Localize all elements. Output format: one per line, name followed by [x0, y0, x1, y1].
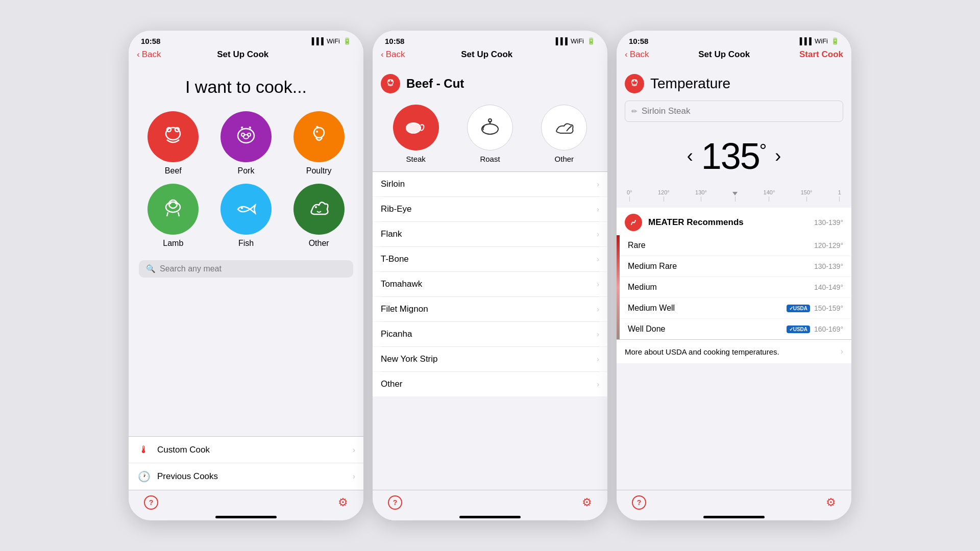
previous-cooks-label: Previous Cooks [157, 471, 347, 482]
home-indicator-3 [703, 516, 765, 518]
svg-point-7 [314, 128, 324, 138]
settings-icon-3[interactable]: ⚙ [826, 496, 836, 509]
cut-steak[interactable]: Steak [393, 105, 439, 163]
ruler-mark-140: 140° [764, 189, 775, 202]
doneness-rare[interactable]: Rare 120-129° [617, 235, 851, 256]
cut-list-item-4[interactable]: Tomahawk› [373, 272, 607, 296]
recommends-title: MEATER Recommends [648, 217, 808, 228]
settings-icon-1[interactable]: ⚙ [338, 496, 348, 509]
help-icon-2[interactable]: ? [388, 495, 402, 510]
tab-bar-2: ? ⚙ [373, 490, 607, 513]
svg-point-11 [169, 202, 172, 205]
doneness-medium[interactable]: Medium 140-149° [617, 277, 851, 298]
meat-beef[interactable]: Beef [141, 111, 206, 176]
cut-item-chevron-7: › [597, 355, 599, 363]
svg-point-0 [166, 128, 180, 140]
temp-value: 135 [701, 135, 760, 177]
search-bar[interactable]: 🔍 [139, 260, 353, 278]
status-time-3: 10:58 [629, 37, 648, 45]
cut-list-item-5[interactable]: Filet Mignon› [373, 297, 607, 321]
cut-other[interactable]: Other [541, 105, 587, 163]
battery-icon: 🔋 [343, 37, 351, 45]
wifi-icon-3: WiFi [815, 37, 828, 45]
back-button-1[interactable]: ‹ Back [137, 49, 161, 60]
edit-icon: ✏ [631, 107, 638, 115]
custom-cook-row[interactable]: 🌡 Custom Cook › [129, 437, 363, 463]
custom-cook-icon: 🌡 [137, 444, 151, 456]
meat-other[interactable]: Other [286, 184, 351, 248]
steak-label: Steak [406, 155, 425, 163]
recommends-range: 130-139° [814, 218, 843, 227]
status-bar-1: 10:58 ▐▐▐ WiFi 🔋 [129, 31, 363, 47]
pork-circle [220, 111, 272, 162]
cut-list-item-8[interactable]: Other› [373, 372, 607, 396]
start-cook-button[interactable]: Start Cook [799, 49, 843, 60]
back-button-2[interactable]: ‹ Back [381, 49, 405, 60]
custom-cook-chevron: › [353, 445, 355, 455]
temp-increase-button[interactable]: › [775, 145, 781, 167]
temp-display: ‹ 135 ° › [617, 127, 851, 185]
home-indicator-2 [459, 516, 521, 518]
steak-circle [393, 105, 439, 151]
svg-point-17 [391, 80, 393, 82]
other-label: Other [309, 239, 329, 248]
signal-icon-2: ▐▐▐ [553, 37, 568, 45]
search-input[interactable] [160, 264, 346, 273]
cut-options: Steak Roast [373, 101, 607, 171]
ruler-mark-120: 120° [658, 189, 670, 202]
beef-circle [148, 111, 199, 162]
well-done-label: Well Done [628, 324, 787, 334]
meat-poultry[interactable]: Poultry [286, 111, 351, 176]
cut-name-field[interactable] [642, 106, 837, 116]
cut-list-item-3[interactable]: T-Bone› [373, 247, 607, 271]
nav-title-1: Set Up Cook [217, 49, 268, 60]
beef-cut-header: Beef - Cut [373, 65, 607, 101]
cut-item-label-7: New York Strip [381, 354, 597, 364]
help-icon-1[interactable]: ? [144, 495, 158, 510]
search-icon: 🔍 [146, 264, 156, 273]
svg-point-14 [315, 206, 317, 208]
settings-icon-2[interactable]: ⚙ [582, 496, 592, 509]
svg-point-24 [635, 80, 637, 82]
cut-list-item-0[interactable]: Sirloin› [373, 172, 607, 196]
screen2-content: Beef - Cut Steak [373, 65, 607, 490]
beef-label: Beef [165, 166, 182, 176]
status-time-1: 10:58 [141, 37, 160, 45]
back-button-3[interactable]: ‹ Back [625, 49, 649, 60]
battery-icon-2: 🔋 [587, 37, 595, 45]
meat-fish[interactable]: Fish [214, 184, 279, 248]
cut-list-item-6[interactable]: Picanha› [373, 322, 607, 346]
medium-well-usda-badge: ✓USDA [787, 305, 810, 312]
home-indicator-1 [215, 516, 277, 518]
temp-decrease-button[interactable]: ‹ [687, 145, 693, 167]
cut-list-item-7[interactable]: New York Strip› [373, 347, 607, 371]
doneness-medium-well[interactable]: Medium Well ✓USDA 150-159° [617, 298, 851, 319]
status-bar-2: 10:58 ▐▐▐ WiFi 🔋 [373, 31, 607, 47]
cut-item-chevron-5: › [597, 305, 599, 313]
bottom-section-1: 🌡 Custom Cook › 🕐 Previous Cooks › ? ⚙ [129, 436, 363, 520]
screen3-content: Temperature ✏ ‹ 135 ° › 0° [617, 65, 851, 490]
medium-range: 140-149° [814, 283, 843, 291]
usda-link-row[interactable]: More about USDA and cooking temperatures… [617, 340, 851, 363]
cut-list-item-2[interactable]: Flank› [373, 222, 607, 246]
meat-pork[interactable]: Pork [214, 111, 279, 176]
meat-lamb[interactable]: Lamb [141, 184, 206, 248]
cut-list-item-1[interactable]: Rib-Eye› [373, 197, 607, 221]
wifi-icon: WiFi [327, 37, 340, 45]
doneness-medium-rare[interactable]: Medium Rare 130-139° [617, 256, 851, 277]
help-icon-3[interactable]: ? [632, 495, 646, 510]
cut-roast[interactable]: Roast [467, 105, 513, 163]
svg-point-6 [243, 135, 249, 139]
cut-item-label-1: Rib-Eye [381, 204, 597, 214]
edit-name-input[interactable]: ✏ [625, 101, 843, 122]
cut-item-label-0: Sirloin [381, 179, 597, 189]
doneness-well-done[interactable]: Well Done ✓USDA 160-169° [617, 319, 851, 339]
temp-ruler-container: 0° 120° 130° [617, 185, 851, 208]
phone-screen-2: 10:58 ▐▐▐ WiFi 🔋 ‹ Back Set Up Cook Beef [373, 31, 607, 520]
previous-cooks-row[interactable]: 🕐 Previous Cooks › [129, 463, 363, 490]
status-time-2: 10:58 [385, 37, 404, 45]
other-cut-circle [541, 105, 587, 151]
tab-bar-3: ? ⚙ [617, 490, 851, 513]
phone-screen-1: 10:58 ▐▐▐ WiFi 🔋 ‹ Back Set Up Cook I wa… [129, 31, 363, 520]
well-done-usda-badge: ✓USDA [787, 325, 810, 333]
